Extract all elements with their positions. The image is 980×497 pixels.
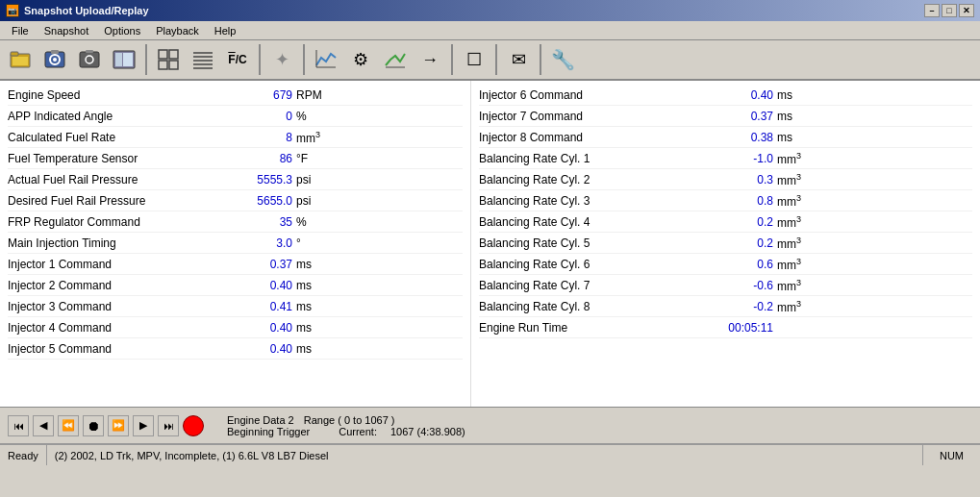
snapshot-button1[interactable] bbox=[38, 43, 71, 76]
menu-playback[interactable]: Playback bbox=[148, 23, 207, 38]
table-row: Actual Fuel Rail Pressure 5555.3 psi bbox=[8, 169, 463, 190]
data-unit: mm3 bbox=[777, 299, 825, 314]
menu-file[interactable]: File bbox=[4, 23, 37, 38]
data-value: 5655.0 bbox=[219, 194, 296, 208]
data-value: 0.38 bbox=[691, 131, 777, 144]
table-row: Balancing Rate Cyl. 7 -0.6 mm3 bbox=[479, 275, 972, 296]
data-value: 0.8 bbox=[691, 194, 777, 208]
data-unit: ms bbox=[777, 131, 825, 144]
data-unit: % bbox=[296, 110, 344, 123]
mail-button[interactable]: ✉ bbox=[502, 43, 535, 76]
svg-rect-12 bbox=[123, 53, 133, 66]
grid-view-button[interactable] bbox=[152, 43, 185, 76]
data-label: Balancing Rate Cyl. 4 bbox=[479, 215, 691, 229]
fc-button[interactable]: F/C bbox=[221, 43, 254, 76]
table-row: Balancing Rate Cyl. 6 0.6 mm3 bbox=[479, 254, 972, 275]
data-value: -0.2 bbox=[691, 300, 777, 313]
main-content: Engine Speed 679 RPM APP Indicated Angle… bbox=[0, 81, 980, 408]
box-button[interactable]: ☐ bbox=[458, 43, 490, 76]
table-row: Injector 8 Command 0.38 ms bbox=[479, 127, 972, 148]
title-bar: 📷 Snapshot Upload/Replay – □ ✕ bbox=[0, 0, 980, 21]
data-value: -1.0 bbox=[691, 152, 777, 165]
data-label: Actual Fuel Rail Pressure bbox=[8, 173, 219, 186]
data-unit: mm3 bbox=[777, 214, 825, 230]
data-unit: ms bbox=[296, 321, 344, 335]
playback-bar: ⏮ ◀ ⏪ ⏺ ⏩ ▶ ⏭ Engine Data 2 Range ( 0 to… bbox=[0, 408, 980, 444]
svg-rect-7 bbox=[80, 52, 99, 67]
flash-button[interactable]: ✦ bbox=[265, 43, 298, 76]
toolbar-separator-3 bbox=[303, 44, 305, 75]
data-value: 0.40 bbox=[691, 88, 777, 102]
data-unit: mm3 bbox=[296, 130, 344, 145]
menu-bar: File Snapshot Options Playback Help bbox=[0, 21, 980, 40]
data-value: 00:05:11 bbox=[691, 321, 777, 335]
list-view-button[interactable] bbox=[187, 43, 219, 76]
snapshot-button2[interactable] bbox=[73, 43, 106, 76]
record-view-button[interactable]: ⏺ bbox=[83, 415, 104, 436]
current-value: 1067 (4:38.908) bbox=[390, 426, 465, 437]
menu-help[interactable]: Help bbox=[207, 23, 244, 38]
table-row: Main Injection Timing 3.0 ° bbox=[8, 233, 463, 254]
data-label: Balancing Rate Cyl. 8 bbox=[479, 300, 691, 313]
close-button[interactable]: ✕ bbox=[959, 4, 974, 17]
data-value: 0.37 bbox=[691, 110, 777, 123]
step-forward-button[interactable]: ▶ bbox=[133, 415, 154, 436]
graph2-button[interactable] bbox=[379, 43, 412, 76]
left-data-panel: Engine Speed 679 RPM APP Indicated Angle… bbox=[0, 81, 471, 407]
open-button[interactable] bbox=[4, 43, 37, 76]
status-info: (2) 2002, LD Trk, MPV, Incomplete, (1) 6… bbox=[47, 445, 922, 465]
data-label: Injector 3 Command bbox=[8, 300, 219, 313]
data-label: Injector 7 Command bbox=[479, 110, 691, 123]
data-unit: ms bbox=[296, 300, 344, 313]
data-value: 5555.3 bbox=[219, 173, 296, 186]
data-label: FRP Regulator Command bbox=[8, 215, 219, 229]
svg-rect-16 bbox=[169, 61, 178, 69]
data-label: Injector 4 Command bbox=[8, 321, 219, 335]
fast-back-button[interactable]: ⏪ bbox=[58, 415, 79, 436]
table-row: Injector 5 Command 0.40 ms bbox=[8, 338, 463, 360]
data-unit: °F bbox=[296, 152, 344, 165]
right-data-panel: Injector 6 Command 0.40 ms Injector 7 Co… bbox=[471, 81, 980, 407]
data-value: 0.3 bbox=[691, 173, 777, 186]
minimize-button[interactable]: – bbox=[924, 4, 940, 17]
fast-forward-button[interactable]: ⏩ bbox=[108, 415, 129, 436]
data-label: Balancing Rate Cyl. 7 bbox=[479, 279, 691, 292]
chart-button[interactable] bbox=[310, 43, 342, 76]
toolbar-separator-4 bbox=[451, 44, 453, 75]
arrow-button[interactable]: → bbox=[414, 43, 446, 76]
step-back-button[interactable]: ◀ bbox=[33, 415, 54, 436]
tools-button[interactable]: 🔧 bbox=[546, 43, 579, 76]
snapshot-button3[interactable] bbox=[108, 43, 140, 76]
skip-to-start-button[interactable]: ⏮ bbox=[8, 415, 29, 436]
menu-options[interactable]: Options bbox=[96, 23, 148, 38]
data-value: 35 bbox=[219, 215, 296, 229]
table-row: Engine Speed 679 RPM bbox=[8, 85, 463, 106]
toolbar-separator-1 bbox=[145, 44, 147, 75]
current-prefix: Current: bbox=[339, 426, 377, 437]
data-value: 0.40 bbox=[219, 321, 296, 335]
maximize-button[interactable]: □ bbox=[942, 4, 957, 17]
svg-rect-14 bbox=[169, 50, 178, 59]
svg-rect-6 bbox=[51, 50, 59, 54]
table-row: Fuel Temperature Sensor 86 °F bbox=[8, 148, 463, 169]
data-value: 0 bbox=[219, 110, 296, 123]
data-unit: mm3 bbox=[777, 278, 825, 293]
table-row: Injector 4 Command 0.40 ms bbox=[8, 317, 463, 338]
table-row: Desired Fuel Rail Pressure 5655.0 psi bbox=[8, 190, 463, 211]
data-label: Fuel Temperature Sensor bbox=[8, 152, 219, 165]
data-unit: mm3 bbox=[777, 236, 825, 251]
skip-to-end-button[interactable]: ⏭ bbox=[158, 415, 179, 436]
table-row: Balancing Rate Cyl. 2 0.3 mm3 bbox=[479, 169, 972, 190]
gear-button[interactable]: ⚙ bbox=[344, 43, 377, 76]
menu-snapshot[interactable]: Snapshot bbox=[37, 23, 96, 38]
data-unit: mm3 bbox=[777, 193, 825, 209]
toolbar: F/C ✦ ⚙ → ☐ ✉ 🔧 bbox=[0, 40, 980, 81]
toolbar-separator-6 bbox=[540, 44, 541, 75]
record-button[interactable] bbox=[183, 415, 204, 436]
data-value: 0.40 bbox=[219, 342, 296, 356]
data-value: 679 bbox=[219, 88, 296, 102]
data-unit: ms bbox=[777, 88, 825, 102]
table-row: Balancing Rate Cyl. 1 -1.0 mm3 bbox=[479, 148, 972, 169]
data-unit: % bbox=[296, 215, 344, 229]
status-mode: NUM bbox=[922, 445, 980, 465]
